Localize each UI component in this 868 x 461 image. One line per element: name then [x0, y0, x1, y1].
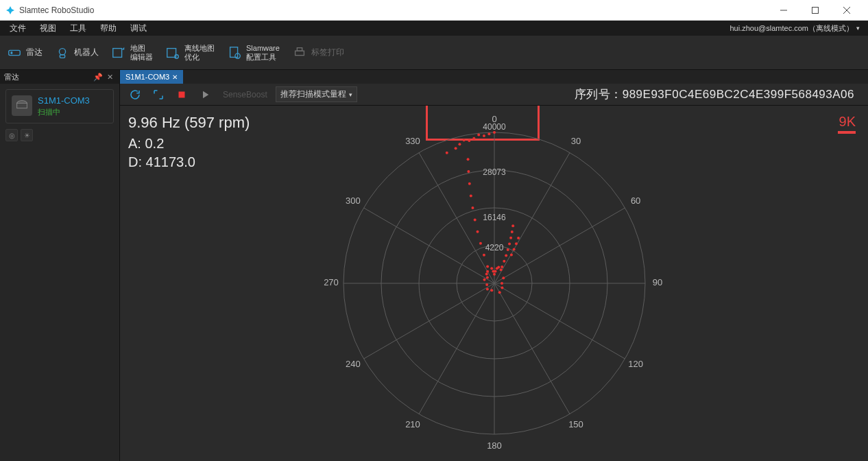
minimize-button[interactable]	[768, 0, 799, 21]
svg-point-56	[445, 152, 448, 154]
svg-point-89	[498, 291, 501, 294]
scale-badge-label: 9K	[838, 114, 856, 130]
serial-value: 989E93F0C4E69BC2C4E399F568493A06	[623, 88, 854, 101]
svg-point-85	[509, 254, 512, 257]
svg-point-60	[476, 230, 479, 233]
svg-text:300: 300	[346, 196, 361, 206]
doc-tab-label: S1M1-COM3	[125, 73, 169, 81]
svg-rect-0	[812, 7, 819, 13]
svg-point-58	[482, 254, 485, 257]
doc-tab-s1m1[interactable]: S1M1-COM3 ✕	[120, 70, 183, 84]
ribbon-offline-l1: 离线地图	[184, 44, 215, 53]
document-gear-icon	[227, 45, 242, 60]
svg-point-96	[486, 270, 489, 273]
svg-point-51	[472, 137, 475, 140]
svg-point-70	[494, 270, 496, 272]
svg-point-50	[477, 133, 480, 136]
svg-point-67	[490, 267, 493, 270]
svg-point-72	[497, 266, 500, 269]
user-status-label: hui.zhou@slamtec.com（离线模式）	[730, 23, 854, 34]
ribbon-map-l2: 编辑器	[130, 53, 153, 62]
device-card[interactable]: S1M1-COM3 扫描中	[5, 89, 114, 123]
maximize-button[interactable]	[799, 0, 831, 21]
menu-tools[interactable]: 工具	[63, 21, 93, 36]
micro-target-button[interactable]: ◎	[5, 129, 18, 141]
svg-point-54	[458, 143, 461, 145]
ribbon-slamware-l2: 配置工具	[246, 53, 280, 62]
menu-debug[interactable]: 调试	[123, 21, 154, 36]
svg-text:270: 270	[324, 277, 339, 287]
ribbon-robot[interactable]: 机器人	[55, 45, 99, 60]
svg-point-66	[466, 158, 469, 161]
svg-point-93	[483, 279, 485, 281]
svg-line-29	[494, 283, 570, 414]
svg-point-63	[469, 194, 472, 197]
ribbon-slamware-config[interactable]: Slamware配置工具	[227, 44, 280, 62]
svg-point-80	[501, 265, 503, 268]
ribbon-toolbar: 雷达 机器人 地图编辑器 离线地图优化 Slamware配置工具 标签打印	[0, 36, 868, 70]
svg-point-77	[506, 248, 509, 251]
device-name: S1M1-COM3	[38, 95, 90, 106]
refresh-button[interactable]	[125, 86, 145, 104]
menu-help[interactable]: 帮助	[93, 21, 123, 36]
svg-point-95	[485, 273, 487, 276]
svg-rect-2	[11, 51, 13, 54]
stats-frequency: 9.96 Hz (597 rpm)	[128, 114, 250, 132]
micro-sun-button[interactable]: ☀	[21, 129, 33, 141]
svg-rect-5	[113, 48, 122, 57]
svg-text:120: 120	[628, 359, 643, 369]
svg-point-84	[512, 248, 515, 250]
lidar-viewport[interactable]: 9.96 Hz (597 rpm) A: 0.2 D: 41173.0 9K 0…	[120, 106, 868, 461]
svg-text:210: 210	[405, 419, 420, 429]
svg-rect-8	[230, 47, 238, 57]
svg-point-69	[493, 273, 496, 276]
svg-point-3	[59, 48, 65, 54]
play-button[interactable]	[195, 86, 215, 104]
ribbon-offline-map[interactable]: 离线地图优化	[165, 44, 215, 62]
svg-point-94	[485, 276, 488, 279]
svg-line-23	[494, 208, 625, 283]
svg-point-82	[517, 237, 520, 239]
titlebar: Slamtec RoboStudio	[0, 0, 868, 21]
user-status-dropdown[interactable]: hui.zhou@slamtec.com（离线模式） ▾	[730, 23, 866, 34]
svg-point-88	[501, 287, 503, 289]
main-panel: S1M1-COM3 ✕ SenseBoost 推荐扫描模式量程 ▾ 序列号：98…	[120, 70, 868, 461]
close-icon[interactable]: ✕	[172, 73, 178, 81]
scanmode-combo[interactable]: 推荐扫描模式量程 ▾	[276, 86, 357, 102]
menu-file[interactable]: 文件	[3, 21, 33, 36]
svg-point-92	[485, 283, 488, 286]
scanmode-combo-label: 推荐扫描模式量程	[280, 88, 346, 100]
menu-view[interactable]: 视图	[33, 21, 63, 36]
svg-point-64	[468, 182, 470, 185]
svg-point-73	[511, 224, 514, 227]
svg-point-48	[487, 132, 490, 135]
stop-button[interactable]	[172, 86, 191, 104]
chevron-down-icon: ▾	[349, 91, 352, 98]
ribbon-label-print[interactable]: 标签打印	[292, 45, 344, 60]
stats-distance: D: 41173.0	[128, 154, 250, 170]
ribbon-map-editor[interactable]: 地图编辑器	[111, 44, 153, 62]
crop-button[interactable]	[149, 86, 168, 104]
ribbon-lidar[interactable]: 雷达	[7, 45, 43, 60]
ribbon-lidar-label: 雷达	[26, 47, 43, 58]
offline-map-icon	[165, 45, 180, 60]
svg-text:28073: 28073	[483, 167, 506, 177]
serial-prefix: 序列号：	[575, 88, 623, 101]
svg-line-35	[363, 283, 494, 359]
svg-rect-14	[179, 91, 185, 97]
svg-line-27	[494, 283, 625, 359]
ribbon-offline-l2: 优化	[184, 53, 215, 62]
device-icon	[12, 95, 32, 116]
stats-readout: 9.96 Hz (597 rpm) A: 0.2 D: 41173.0	[128, 114, 250, 173]
svg-rect-1	[9, 50, 21, 55]
close-icon[interactable]: ✕	[105, 73, 115, 82]
svg-rect-13	[17, 103, 27, 108]
side-micro-toolbar: ◎ ☀	[0, 129, 119, 147]
svg-text:150: 150	[568, 419, 583, 429]
polar-chart: 0306090120150180210240270300330422016146…	[302, 106, 686, 461]
close-button[interactable]	[831, 0, 863, 21]
svg-point-76	[508, 242, 511, 245]
pin-icon[interactable]: 📌	[91, 73, 105, 82]
svg-point-55	[454, 147, 457, 150]
svg-text:16146: 16146	[483, 213, 506, 222]
